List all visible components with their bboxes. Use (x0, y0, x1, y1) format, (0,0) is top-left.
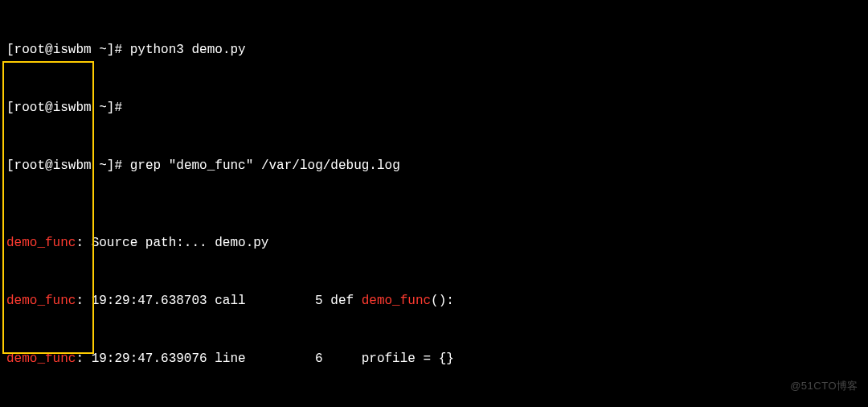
grep-match: demo_func (6, 352, 76, 366)
prompt-path: ~ (99, 43, 107, 57)
prompt-host: iswbm (53, 43, 92, 57)
output-line: demo_func: Source path:... demo.py (6, 233, 862, 253)
prompt-line: [root@iswbm ~]# (6, 98, 862, 117)
prompt-user: root (14, 43, 45, 57)
prompt-line: [root@iswbm ~]# grep "demo_func" /var/lo… (6, 156, 862, 175)
output-line: demo_func: 19:29:47.638703 call 5 def de… (6, 291, 862, 310)
output-line: demo_func: 19:29:47.639076 line 6 profil… (6, 349, 862, 368)
terminal-window[interactable]: [root@iswbm ~]# python3 demo.py [root@is… (0, 0, 868, 407)
prompt-symbol: # (114, 43, 122, 57)
grep-match: demo_func (6, 294, 76, 308)
command-text: grep "demo_func" /var/log/debug.log (130, 158, 400, 173)
prompt-line: [root@iswbm ~]# python3 demo.py (6, 40, 862, 60)
grep-match-inline: demo_func (362, 294, 431, 308)
watermark: @51CTO博客 (790, 376, 858, 396)
grep-match: demo_func (6, 236, 76, 250)
command-text: python3 demo.py (130, 43, 246, 57)
